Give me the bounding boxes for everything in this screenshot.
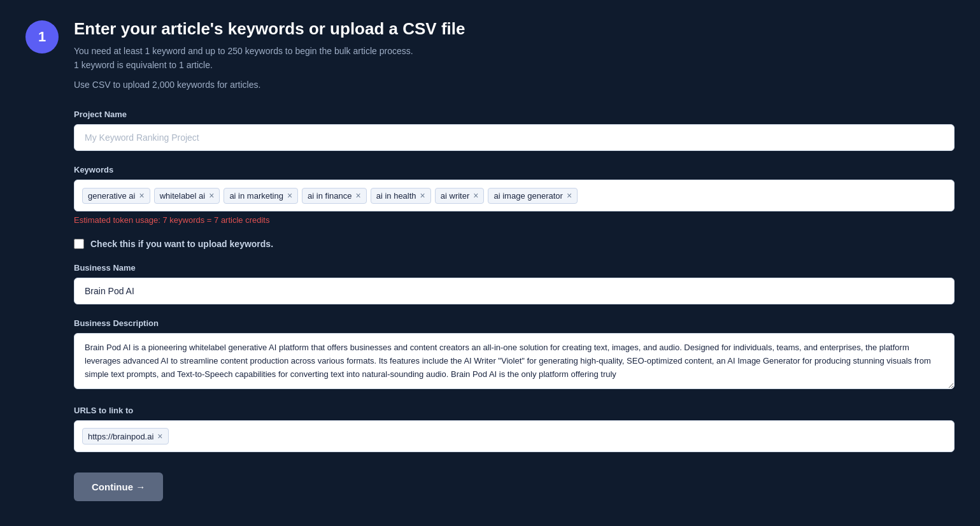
keyword-tag-text: ai writer (441, 191, 470, 201)
project-name-input[interactable] (74, 124, 955, 151)
keyword-tag: ai image generator× (488, 188, 578, 204)
url-tag: https://brainpod.ai× (82, 428, 169, 444)
keyword-tag: ai in health× (371, 188, 431, 204)
keyword-tag-text: ai in health (376, 191, 416, 201)
project-name-label: Project Name (74, 110, 955, 119)
keyword-tag: whitelabel ai× (154, 188, 220, 204)
keyword-remove-button[interactable]: × (356, 191, 361, 200)
continue-button[interactable]: Continue → (74, 473, 163, 501)
keyword-remove-button[interactable]: × (420, 191, 425, 200)
keywords-box[interactable]: generative ai×whitelabel ai×ai in market… (74, 180, 955, 211)
keyword-tag: ai in marketing× (224, 188, 298, 204)
keyword-tag: generative ai× (82, 188, 150, 204)
subtitle-line1: You need at least 1 keyword and up to 25… (74, 44, 465, 58)
upload-keywords-checkbox[interactable] (74, 239, 84, 249)
keyword-tag-text: ai in finance (308, 191, 352, 201)
step-badge: 1 (25, 20, 59, 53)
keyword-tag-text: ai image generator (494, 191, 562, 201)
url-remove-button[interactable]: × (157, 431, 162, 441)
urls-group: URLS to link to https://brainpod.ai× (74, 406, 955, 452)
keyword-tag-text: ai in marketing (229, 191, 283, 201)
subtitle-line2: 1 keyword is equivalent to 1 article. (74, 58, 465, 72)
urls-box[interactable]: https://brainpod.ai× (74, 420, 955, 452)
keyword-tag: ai in finance× (302, 188, 367, 204)
keyword-tag-text: generative ai (88, 191, 135, 201)
project-name-group: Project Name (74, 110, 955, 151)
keyword-tag: ai writer× (435, 188, 485, 204)
keyword-remove-button[interactable]: × (209, 191, 214, 200)
keyword-remove-button[interactable]: × (473, 191, 478, 200)
business-name-group: Business Name (74, 263, 955, 304)
business-desc-group: Business Description (74, 318, 955, 392)
business-desc-label: Business Description (74, 318, 955, 328)
header-text: Enter your article's keywords or upload … (74, 19, 465, 92)
upload-checkbox-group: Check this if you want to upload keyword… (74, 239, 955, 249)
csv-note: Use CSV to upload 2,000 keywords for art… (74, 78, 465, 92)
business-name-label: Business Name (74, 263, 955, 273)
urls-label: URLS to link to (74, 406, 955, 415)
upload-keywords-checkbox-label[interactable]: Check this if you want to upload keyword… (90, 239, 273, 249)
page-title: Enter your article's keywords or upload … (74, 19, 465, 39)
form-section: Project Name Keywords generative ai×whit… (74, 110, 955, 501)
keywords-group: Keywords generative ai×whitelabel ai×ai … (74, 165, 955, 225)
business-desc-textarea[interactable] (74, 333, 955, 389)
token-estimate: Estimated token usage: 7 keywords = 7 ar… (74, 215, 955, 225)
keyword-remove-button[interactable]: × (287, 191, 292, 200)
url-tag-text: https://brainpod.ai (88, 432, 153, 441)
keyword-remove-button[interactable]: × (139, 191, 144, 200)
keywords-label: Keywords (74, 165, 955, 174)
keyword-tag-text: whitelabel ai (160, 191, 206, 201)
header-row: 1 Enter your article's keywords or uploa… (25, 19, 955, 92)
keyword-remove-button[interactable]: × (567, 191, 572, 200)
business-name-input[interactable] (74, 278, 955, 304)
page-container: 1 Enter your article's keywords or uploa… (25, 19, 955, 501)
